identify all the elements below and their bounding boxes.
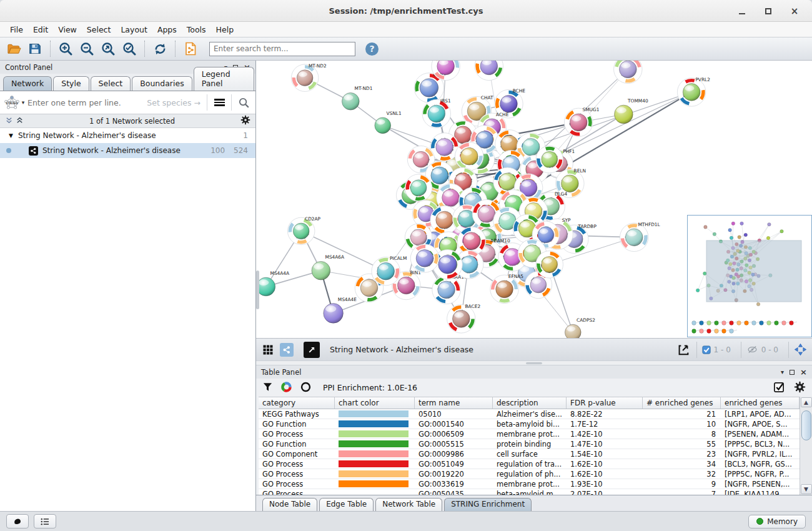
tab-boundaries[interactable]: Boundaries: [132, 76, 192, 91]
zoom-fit-button[interactable]: [98, 39, 118, 58]
tab-edge-table[interactable]: Edge Table: [319, 498, 374, 511]
column-header-term-name[interactable]: term name: [415, 397, 493, 409]
string-query-input[interactable]: [27, 98, 147, 107]
network-node[interactable]: [455, 142, 483, 171]
column-header-description[interactable]: description: [493, 397, 567, 409]
tab-legend-panel[interactable]: Legend Panel: [194, 67, 254, 91]
table-row[interactable]: GO ComponentGO:0009986cell surface1.54E-…: [259, 449, 800, 459]
menu-layout[interactable]: Layout: [116, 23, 152, 36]
network-row-selected[interactable]: String Network - Alzheimer's disease 100…: [0, 143, 255, 158]
table-row[interactable]: GO ProcessGO:0019220regulation of ph...1…: [259, 469, 800, 479]
task-history-button[interactable]: [34, 514, 56, 529]
network-node-efna5[interactable]: EFNA5: [490, 274, 524, 304]
tab-select[interactable]: Select: [91, 76, 131, 91]
table-row[interactable]: GO ProcessGO:0033619membrane prot...1.93…: [259, 479, 800, 489]
zoom-out-button[interactable]: [77, 39, 97, 58]
tab-network[interactable]: Network: [3, 76, 52, 91]
menu-tools[interactable]: Tools: [182, 23, 211, 36]
menu-view[interactable]: View: [53, 23, 82, 36]
table-row[interactable]: GO ProcessGO:0006509membrane prot...1.42…: [259, 429, 800, 439]
collapse-all-icon[interactable]: [5, 116, 13, 126]
draw-charts-icon[interactable]: [280, 381, 292, 395]
tab-node-table[interactable]: Node Table: [262, 498, 317, 511]
network-node[interactable]: [475, 61, 503, 81]
filter-icon[interactable]: [262, 382, 273, 394]
string-options-button[interactable]: [207, 91, 231, 114]
birds-eye-view[interactable]: [687, 215, 812, 337]
memory-button[interactable]: Memory: [748, 515, 806, 529]
network-node-bace2[interactable]: BACE2: [447, 304, 481, 334]
close-button[interactable]: ×: [791, 7, 798, 14]
column-header-chart-color[interactable]: chart color: [335, 397, 415, 409]
string-search-button[interactable]: [232, 91, 255, 114]
expand-all-icon[interactable]: [16, 116, 24, 126]
scroll-down-arrow[interactable]: ▼: [801, 484, 812, 494]
collapse-triangle-icon[interactable]: ▼: [9, 132, 13, 139]
export-network-button[interactable]: [675, 342, 691, 358]
search-input[interactable]: [209, 42, 355, 56]
menu-select[interactable]: Select: [82, 23, 116, 36]
table-scrollbar[interactable]: ▲ ▼: [800, 397, 812, 495]
surface-tasks-button[interactable]: [6, 514, 29, 529]
menu-apps[interactable]: Apps: [152, 23, 182, 36]
panel-splitter-grip[interactable]: [256, 270, 259, 309]
scrollbar-thumb[interactable]: [801, 410, 811, 440]
enrichment-settings-gear-icon[interactable]: [794, 381, 806, 395]
network-canvas[interactable]: MT-ND2MT-ND1VSNL1GAB2ADAMTS2PVRL2TOMM40S…: [256, 61, 812, 338]
menu-file[interactable]: File: [5, 23, 28, 36]
reset-charts-icon[interactable]: [300, 381, 312, 395]
network-node-vsnl1[interactable]: VSNL1: [375, 111, 402, 134]
open-file-button[interactable]: [4, 39, 24, 58]
maximize-button[interactable]: [765, 7, 772, 14]
birds-eye-toggle-button[interactable]: [788, 342, 808, 358]
horizontal-splitter[interactable]: [256, 360, 812, 365]
network-node-kiaa1149[interactable]: KIAA1149: [432, 274, 473, 304]
column-header--enriched-genes[interactable]: # enriched genes: [643, 397, 721, 409]
network-list-gear-icon[interactable]: [240, 115, 250, 127]
table-row[interactable]: GO FunctionGO:0005515protein binding1.47…: [259, 439, 800, 449]
collection-row[interactable]: ▼ String Network - Alzheimer's disease 1: [0, 128, 255, 143]
table-row[interactable]: KEGG Pathways05010Alzheimer's dise...8.8…: [259, 409, 800, 419]
network-node[interactable]: [536, 146, 563, 173]
scroll-up-arrow[interactable]: ▲: [801, 397, 812, 407]
network-from-file-button[interactable]: [181, 39, 201, 58]
network-node-pvrl2[interactable]: PVRL2: [677, 77, 710, 107]
tab-style[interactable]: Style: [53, 76, 89, 91]
select-all-rows-icon[interactable]: [773, 381, 785, 395]
panel-menu-icon[interactable]: ▾: [781, 369, 784, 375]
zoom-selected-button[interactable]: [119, 39, 139, 58]
network-node-mthfd1l[interactable]: MTHFD1L: [620, 222, 660, 252]
column-header-enriched-genes[interactable]: enriched genes: [721, 397, 800, 409]
network-node-ms4a6a[interactable]: MS4A6A: [312, 254, 344, 280]
network-node-cd2ap[interactable]: CD2AP: [287, 216, 320, 245]
save-session-button[interactable]: [25, 39, 45, 58]
float-panel-icon[interactable]: [790, 370, 795, 375]
network-node-adamts2[interactable]: ADAMTS2: [614, 61, 655, 84]
network-node-mt-nd1[interactable]: MT-ND1: [342, 86, 372, 110]
refresh-button[interactable]: [150, 39, 170, 58]
help-button[interactable]: ?: [365, 42, 379, 56]
table-row[interactable]: GO ProcessGO:0050435beta-amyloid m...2.0…: [259, 489, 800, 495]
minimize-button[interactable]: [738, 7, 746, 14]
hidden-nodes-counter[interactable]: 0 - 0: [741, 342, 783, 358]
network-node-cadps2[interactable]: CADPS2: [565, 317, 595, 338]
network-share-button[interactable]: [280, 343, 294, 357]
network-node[interactable]: [536, 251, 563, 279]
tab-string-enrichment[interactable]: STRING Enrichment: [444, 498, 532, 511]
tab-network-table[interactable]: Network Table: [375, 498, 442, 511]
column-header-FDR-p-value[interactable]: FDR p-value: [567, 397, 643, 409]
zoom-in-button[interactable]: [56, 39, 76, 58]
column-header-category[interactable]: category: [259, 397, 335, 409]
table-row[interactable]: GO FunctionGO:0001540beta-amyloid bi...1…: [259, 419, 800, 429]
table-header-row[interactable]: categorychart colorterm namedescriptionF…: [259, 397, 800, 409]
network-node[interactable]: [410, 244, 438, 272]
network-node[interactable]: [405, 174, 432, 202]
menu-help[interactable]: Help: [211, 23, 239, 36]
network-node-irs1[interactable]: IRS1: [422, 98, 451, 128]
detach-view-button[interactable]: [304, 342, 320, 358]
close-panel-icon[interactable]: ×: [800, 370, 807, 375]
menu-edit[interactable]: Edit: [28, 23, 53, 36]
network-node-ms4a4a[interactable]: MS4A4A: [257, 270, 289, 296]
network-node-mt-nd2[interactable]: MT-ND2: [291, 63, 326, 92]
network-node-ms4a4e[interactable]: MS4A4E: [324, 297, 357, 324]
